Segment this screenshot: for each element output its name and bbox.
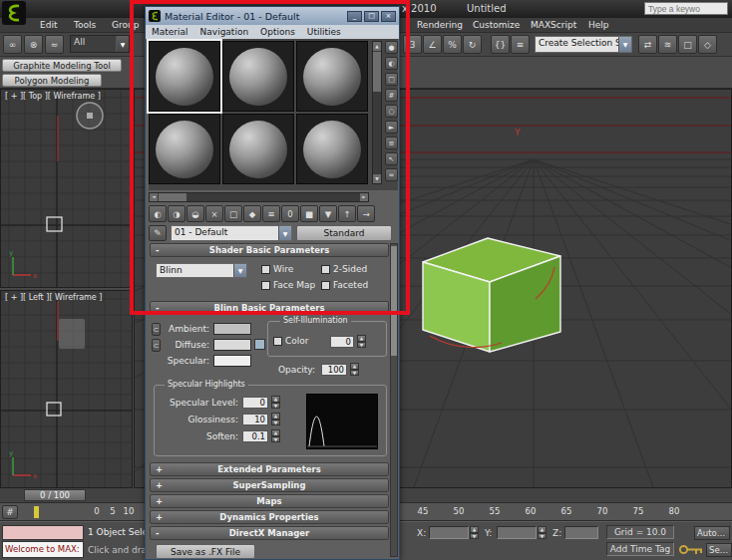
y-coord-spinner[interactable]: ▲▼ <box>538 526 547 539</box>
close-icon[interactable]: × <box>381 11 396 22</box>
supersampling-rollout[interactable]: + SuperSampling <box>150 478 389 492</box>
scroll-down-icon[interactable]: ▼ <box>373 174 381 183</box>
faceted-checkbox[interactable] <box>321 281 330 290</box>
options-icon[interactable]: ≡ <box>385 137 398 149</box>
spinner-down-icon[interactable]: ▼ <box>350 370 359 377</box>
infocenter-search-input[interactable] <box>644 2 728 15</box>
reset-map-icon[interactable]: × <box>205 205 223 222</box>
spinner-down-icon[interactable]: ▼ <box>357 342 366 349</box>
bind-to-space-warp-icon[interactable]: ≈ <box>45 35 64 54</box>
sample-uv-tiling-icon[interactable]: # <box>385 89 398 102</box>
percent-snap-icon[interactable]: % <box>443 35 462 54</box>
specular-level-spinner[interactable]: ▲▼ <box>271 396 280 409</box>
maximize-icon[interactable]: □ <box>364 11 379 22</box>
face-map-checkbox[interactable] <box>261 281 270 290</box>
top-viewport-canvas[interactable]: x y <box>1 90 132 287</box>
spinner-down-icon[interactable]: ▼ <box>470 533 479 540</box>
diffuse-color-swatch[interactable] <box>213 339 251 351</box>
sample-slot[interactable] <box>149 114 220 184</box>
make-material-copy-icon[interactable]: □ <box>224 205 242 222</box>
scroll-right-icon[interactable]: ► <box>360 193 368 201</box>
spinner-down-icon[interactable]: ▼ <box>271 403 280 410</box>
scroll-left-icon[interactable]: ◄ <box>150 193 158 201</box>
mirror-icon[interactable]: ⇄ <box>638 35 657 54</box>
x-coord-field[interactable] <box>429 526 469 539</box>
sample-type-icon[interactable]: ● <box>385 41 398 54</box>
maxscript-macro-line[interactable] <box>2 525 84 540</box>
spinner-down-icon[interactable]: ▼ <box>538 533 547 540</box>
sample-slot[interactable] <box>296 41 368 112</box>
material-map-navigator-icon[interactable]: = <box>385 168 398 181</box>
select-and-link-icon[interactable]: ∞ <box>3 35 22 54</box>
show-map-in-viewport-icon[interactable]: ■ <box>300 205 318 222</box>
auto-key-button[interactable]: Auto Key <box>694 526 730 540</box>
menu-tools[interactable]: Tools <box>74 20 96 30</box>
glossiness-field[interactable]: 10 <box>242 414 268 425</box>
menu-rendering[interactable]: Rendering <box>417 20 463 30</box>
ambient-color-swatch[interactable] <box>213 323 251 335</box>
mini-curve-editor-icon[interactable]: # <box>2 505 18 519</box>
select-by-material-icon[interactable]: ↖ <box>385 152 398 165</box>
left-viewport-canvas[interactable]: x y <box>1 291 132 487</box>
set-key-button[interactable]: Set Key <box>706 543 732 557</box>
cube-top-view-wireframe[interactable] <box>47 217 62 231</box>
unlink-selection-icon[interactable]: ⊗ <box>24 35 43 54</box>
directx-manager-rollout[interactable]: - DirectX Manager <box>150 526 389 540</box>
left-viewport[interactable]: x y [ + ][ Left ][ Wireframe ] <box>0 290 133 488</box>
create-selection-set-dropdown[interactable]: Create Selection Se ▼ <box>535 36 632 53</box>
viewport-label[interactable]: [ + ][ Top ][ Wireframe ] <box>5 92 101 101</box>
opacity-spinner[interactable]: ▲▼ <box>350 363 359 376</box>
sample-horizontal-scrollbar[interactable]: ◄ ► <box>149 192 369 202</box>
save-fx-file-button[interactable]: Save as .FX File <box>156 544 255 559</box>
material-type-button[interactable]: Standard <box>296 225 392 241</box>
z-coord-field[interactable] <box>564 526 598 539</box>
minimize-icon[interactable]: _ <box>347 11 362 22</box>
sample-slot[interactable] <box>296 114 368 184</box>
backlight-icon[interactable]: ◐ <box>385 57 398 70</box>
time-slider-grip[interactable]: 0 / 100 <box>24 489 86 501</box>
wire-checkbox[interactable] <box>261 265 270 274</box>
menu-maxscript[interactable]: MAXScript <box>531 20 576 30</box>
material-editor-titlebar[interactable]: Material Editor - 01 - Default _ □ × <box>146 7 399 25</box>
max-logo-button[interactable] <box>2 1 26 27</box>
layer-manager-icon[interactable]: □ <box>678 35 697 54</box>
two-sided-checkbox[interactable] <box>321 265 330 274</box>
maxscript-listener-line[interactable]: Welcome to MAX: <box>2 541 84 558</box>
scrollbar-thumb[interactable] <box>159 193 186 201</box>
sample-vertical-scrollbar[interactable]: ▲ ▼ <box>372 41 382 184</box>
sample-slot[interactable] <box>222 41 294 112</box>
menu-group[interactable]: Group <box>112 20 139 30</box>
extended-parameters-rollout[interactable]: + Extended Parameters <box>150 462 389 476</box>
pick-material-from-object-icon[interactable]: ✎ <box>149 225 167 241</box>
menu-customize[interactable]: Customize <box>473 20 520 30</box>
menu-navigation[interactable]: Navigation <box>200 27 249 37</box>
selection-filter-dropdown[interactable]: All ▼ <box>70 35 130 53</box>
glossiness-spinner[interactable]: ▲▼ <box>271 413 280 425</box>
angle-snap-icon[interactable]: ∠ <box>423 35 442 54</box>
sample-slot[interactable] <box>222 114 294 184</box>
self-illumination-color-checkbox[interactable] <box>273 337 282 346</box>
menu-options[interactable]: Options <box>260 27 295 37</box>
scrollbar-thumb[interactable] <box>391 246 397 356</box>
parameters-scrollbar[interactable] <box>390 243 398 557</box>
scrollbar-thumb[interactable] <box>373 52 381 92</box>
self-illumination-field[interactable]: 0 <box>330 336 354 348</box>
specular-level-field[interactable]: 0 <box>242 397 268 409</box>
set-key-icon[interactable] <box>678 543 704 558</box>
lock-diffuse-specular-icon[interactable]: ⊂ <box>152 339 161 352</box>
dynamics-properties-rollout[interactable]: + Dynamics Properties <box>150 510 389 524</box>
spinner-snap-icon[interactable]: ↻ <box>463 35 482 54</box>
curve-editor-icon[interactable]: ◇ <box>698 35 717 54</box>
put-to-library-icon[interactable]: ≡ <box>262 205 280 222</box>
soften-spinner[interactable]: ▲▼ <box>271 429 280 442</box>
soften-field[interactable]: 0.1 <box>242 430 268 442</box>
get-material-icon[interactable]: ◐ <box>149 205 167 222</box>
x-coord-spinner[interactable]: ▲▼ <box>470 526 479 539</box>
shader-basic-parameters-rollout[interactable]: - Shader Basic Parameters <box>150 243 389 257</box>
background-icon[interactable]: □ <box>385 73 398 86</box>
material-editor-window[interactable]: Material Editor - 01 - Default _ □ × Mat… <box>145 6 400 560</box>
spinner-down-icon[interactable]: ▼ <box>271 420 280 426</box>
add-time-tag[interactable]: Add Time Tag <box>606 542 674 556</box>
isolate-selection-icon[interactable]: ≡ <box>511 35 530 54</box>
make-preview-icon[interactable]: ► <box>385 121 398 134</box>
